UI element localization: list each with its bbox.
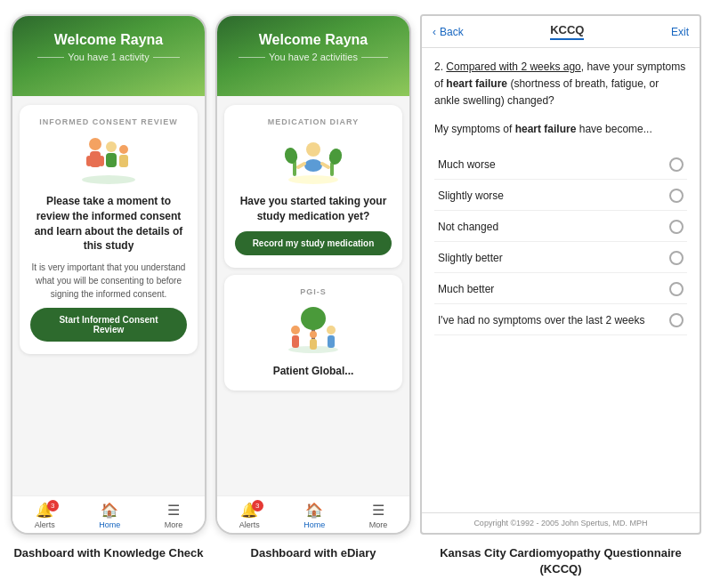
- kccq-exit-button[interactable]: Exit: [671, 26, 689, 38]
- phone2-body: MEDICATION DIARY: [217, 96, 409, 495]
- kccq-copyright: Copyright ©1992 - 2005 John Spertus, MD.…: [422, 512, 700, 533]
- phone-panel-1: Welcome Rayna You have 1 activity INFORM…: [11, 14, 206, 535]
- kccq-subtext: My symptoms of heart failure have become…: [434, 121, 687, 138]
- phone1-footer: 🔔 3 Alerts 🏠 Home ☰ More: [12, 495, 205, 533]
- svg-point-6: [119, 145, 128, 154]
- consent-card-body: It is very important that you understand…: [30, 261, 187, 301]
- menu-icon-1: ☰: [167, 502, 180, 519]
- phone2-activity: You have 2 activities: [226, 52, 400, 62]
- record-medication-button[interactable]: Record my study medication: [235, 231, 392, 255]
- kccq-option-no-symptoms[interactable]: I've had no symptoms over the last 2 wee…: [434, 306, 687, 335]
- svg-rect-5: [106, 153, 117, 167]
- alerts-label-2: Alerts: [239, 520, 260, 529]
- radio-much-better[interactable]: [669, 282, 684, 296]
- footer-more-1[interactable]: ☰ More: [165, 502, 183, 529]
- option-much-better-label: Much better: [438, 283, 494, 295]
- pgis-card: PGI-S: [224, 275, 402, 391]
- consent-card: INFORMED CONSENT REVIEW: [20, 105, 198, 354]
- alerts-label-1: Alerts: [35, 520, 55, 529]
- option-slightly-better-label: Slightly better: [438, 252, 503, 264]
- captions-row: Dashboard with Knowledge Check Dashboard…: [0, 542, 712, 588]
- svg-rect-24: [328, 335, 335, 348]
- footer-alerts-1[interactable]: 🔔 3 Alerts: [35, 502, 55, 529]
- footer-alerts-2[interactable]: 🔔 3 Alerts: [239, 502, 260, 529]
- svg-line-17: [322, 164, 328, 167]
- medication-card-label: MEDICATION DIARY: [268, 117, 360, 126]
- consent-card-title: Please take a moment to review the infor…: [30, 194, 187, 254]
- phone2-header: Welcome Rayna You have 2 activities: [217, 16, 409, 96]
- kccq-option-slightly-worse[interactable]: Slightly worse: [434, 181, 687, 211]
- kccq-title: KCCQ: [550, 23, 584, 40]
- pgis-card-label: PGI-S: [300, 287, 327, 296]
- svg-point-0: [89, 138, 101, 150]
- consent-card-label: INFORMED CONSENT REVIEW: [39, 117, 178, 126]
- medication-card-title: Have you started taking your study medic…: [235, 194, 392, 224]
- svg-point-25: [310, 331, 317, 338]
- consent-illustration: [77, 133, 140, 187]
- svg-point-8: [82, 175, 135, 184]
- menu-icon-2: ☰: [372, 502, 384, 519]
- kccq-option-much-worse[interactable]: Much worse: [434, 150, 687, 180]
- svg-point-14: [306, 142, 320, 157]
- start-consent-button[interactable]: Start Informed Consent Review: [30, 308, 187, 342]
- more-label-2: More: [369, 520, 388, 529]
- svg-point-23: [327, 326, 336, 334]
- phone2-welcome-title: Welcome Rayna: [226, 32, 400, 48]
- phone1-welcome-title: Welcome Rayna: [21, 32, 196, 48]
- footer-more-2[interactable]: ☰ More: [369, 502, 388, 529]
- footer-home-1[interactable]: 🏠 Home: [99, 502, 120, 529]
- svg-line-16: [298, 164, 304, 167]
- phone1-activity: You have 1 activity: [21, 52, 196, 62]
- caption-kccq: Kansas City Cardiomyopathy Questionnaire…: [420, 545, 701, 577]
- home-icon-2: 🏠: [305, 502, 323, 519]
- home-icon-1: 🏠: [101, 502, 118, 519]
- svg-point-13: [328, 147, 344, 165]
- more-label-1: More: [165, 520, 183, 529]
- svg-rect-3: [99, 156, 104, 166]
- pgis-card-title: Patient Global...: [273, 364, 354, 379]
- radio-no-symptoms[interactable]: [669, 313, 684, 327]
- caption-panel2: Dashboard with eDiary: [215, 545, 411, 577]
- svg-rect-7: [119, 155, 128, 167]
- radio-much-worse[interactable]: [669, 157, 684, 172]
- kccq-option-much-better[interactable]: Much better: [434, 275, 687, 304]
- svg-rect-26: [310, 339, 317, 350]
- home-label-2: Home: [303, 520, 325, 529]
- svg-rect-22: [292, 335, 299, 348]
- medication-illustration: [282, 133, 344, 187]
- option-no-symptoms-label: I've had no symptoms over the last 2 wee…: [438, 314, 644, 326]
- svg-point-20: [301, 307, 326, 330]
- option-much-worse-label: Much worse: [438, 158, 496, 171]
- option-slightly-worse-label: Slightly worse: [438, 189, 504, 202]
- radio-not-changed[interactable]: [669, 220, 684, 234]
- medication-card: MEDICATION DIARY: [224, 105, 402, 268]
- alert-badge-1: 3: [47, 500, 59, 511]
- svg-point-9: [288, 175, 338, 184]
- radio-slightly-worse[interactable]: [669, 189, 684, 203]
- kccq-option-not-changed[interactable]: Not changed: [434, 213, 687, 242]
- phone2-footer: 🔔 3 Alerts 🏠 Home ☰ More: [217, 495, 409, 533]
- caption-panel1: Dashboard with Knowledge Check: [11, 545, 206, 577]
- kccq-body: 2. Compared with 2 weeks ago, have your …: [422, 48, 700, 512]
- kccq-options-list: Much worse Slightly worse Not changed Sl…: [434, 150, 687, 335]
- svg-rect-2: [86, 156, 92, 166]
- alert-badge-2: 3: [252, 500, 263, 511]
- footer-home-2[interactable]: 🏠 Home: [303, 502, 325, 529]
- svg-point-21: [291, 326, 300, 334]
- chevron-left-icon: ‹: [433, 26, 436, 38]
- svg-point-11: [283, 146, 299, 165]
- option-not-changed-label: Not changed: [438, 221, 498, 233]
- phone1-header: Welcome Rayna You have 1 activity: [12, 16, 205, 96]
- kccq-back-button[interactable]: ‹ Back: [433, 26, 464, 38]
- phone1-body: INFORMED CONSENT REVIEW: [12, 96, 205, 495]
- svg-point-4: [106, 141, 117, 152]
- phone-panel-2: Welcome Rayna You have 2 activities MEDI…: [215, 14, 411, 535]
- kccq-question-text: 2. Compared with 2 weeks ago, have your …: [434, 59, 687, 110]
- home-label-1: Home: [99, 520, 120, 529]
- back-label: Back: [440, 26, 464, 38]
- svg-point-15: [304, 159, 322, 172]
- radio-slightly-better[interactable]: [669, 251, 684, 265]
- kccq-header: ‹ Back KCCQ Exit: [422, 16, 700, 48]
- kccq-option-slightly-better[interactable]: Slightly better: [434, 244, 687, 273]
- kccq-panel: ‹ Back KCCQ Exit 2. Compared with 2 week…: [420, 14, 701, 535]
